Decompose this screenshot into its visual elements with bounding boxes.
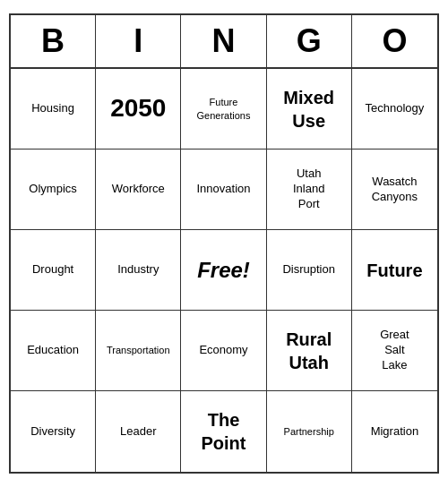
bingo-cell-1: 2050 (96, 69, 181, 150)
bingo-cell-6: Workforce (96, 150, 181, 230)
bingo-cell-24: Migration (352, 391, 437, 472)
bingo-cell-19: Great Salt Lake (352, 311, 437, 391)
bingo-header: BINGO (11, 15, 437, 69)
header-letter-b: B (11, 15, 96, 67)
bingo-grid: Housing2050Future GenerationsMixed UseTe… (11, 69, 437, 472)
bingo-cell-9: Wasatch Canyons (352, 150, 437, 230)
bingo-cell-12: Free! (181, 230, 266, 311)
bingo-cell-13: Disruption (267, 230, 352, 311)
bingo-cell-17: Economy (181, 311, 266, 391)
bingo-cell-2: Future Generations (181, 69, 266, 150)
header-letter-n: N (181, 15, 266, 67)
bingo-cell-4: Technology (352, 69, 437, 150)
bingo-cell-11: Industry (96, 230, 181, 311)
bingo-cell-16: Transportation (96, 311, 181, 391)
bingo-cell-18: Rural Utah (267, 311, 352, 391)
bingo-cell-23: Partnership (267, 391, 352, 472)
bingo-cell-5: Olympics (11, 150, 96, 230)
bingo-cell-21: Leader (96, 391, 181, 472)
bingo-cell-20: Diversity (11, 391, 96, 472)
bingo-cell-8: Utah Inland Port (267, 150, 352, 230)
header-letter-i: I (96, 15, 181, 67)
header-letter-o: O (352, 15, 437, 67)
bingo-cell-7: Innovation (181, 150, 266, 230)
bingo-cell-22: The Point (181, 391, 266, 472)
bingo-card: BINGO Housing2050Future GenerationsMixed… (9, 13, 439, 474)
bingo-cell-3: Mixed Use (267, 69, 352, 150)
bingo-cell-14: Future (352, 230, 437, 311)
bingo-cell-10: Drought (11, 230, 96, 311)
bingo-cell-0: Housing (11, 69, 96, 150)
header-letter-g: G (267, 15, 352, 67)
bingo-cell-15: Education (11, 311, 96, 391)
